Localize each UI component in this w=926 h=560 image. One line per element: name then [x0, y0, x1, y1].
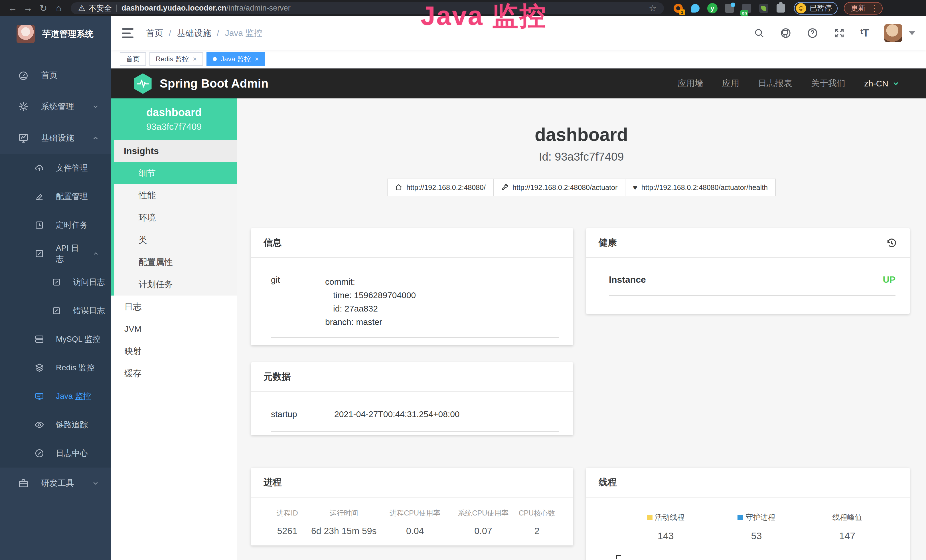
sba-language-select[interactable]: zh-CN [864, 79, 900, 88]
address-bar[interactable]: ⚠ 不安全 dashboard.yudao.iocoder.cn/infra/a… [71, 2, 664, 14]
threads-chart: 140 120 100 [586, 554, 910, 560]
history-icon[interactable] [886, 237, 897, 248]
sidebar-item-error-log[interactable]: 错误日志 [0, 297, 111, 325]
header-icons: ᵗT [754, 24, 915, 42]
sidebar-item-trace[interactable]: 链路追踪 [0, 410, 111, 439]
sidebar-item-label: Redis 监控 [56, 362, 94, 373]
browser-update-button[interactable]: 更新 ⋮ [844, 2, 883, 15]
threads-legend: 活动线程 143 守护进程 53 [586, 498, 910, 542]
sba-insights-group: Insights 细节 性能 环境 类 配置属性 计划任务 [111, 140, 237, 295]
column-header: CPU核心数 [516, 509, 557, 518]
tab-redis-monitor[interactable]: Redis 监控 × [150, 52, 203, 66]
home-icon[interactable]: ⌂ [52, 2, 66, 15]
security-warning[interactable]: ⚠ 不安全 [78, 3, 112, 14]
browser-menu-icon[interactable]: ⋮ [870, 3, 879, 13]
metadata-card-title: 元数据 [251, 362, 573, 392]
sidebar-item-file[interactable]: 文件管理 [0, 154, 111, 182]
extension-icon-pin[interactable] [690, 3, 701, 14]
sidebar-item-label: Java 监控 [56, 391, 91, 402]
avatar-caret-down-icon[interactable] [909, 31, 915, 35]
fullscreen-icon[interactable] [834, 27, 845, 39]
sidebar-item-label: 系统管理 [41, 101, 80, 112]
reload-icon[interactable]: ↻ [36, 2, 50, 15]
endpoint-health-button[interactable]: ♥ http://192.168.0.2:48080/actuator/heal… [625, 179, 776, 196]
forward-icon[interactable]: → [21, 2, 35, 15]
sba-menu-config-props[interactable]: 配置属性 [114, 251, 237, 273]
endpoint-actuator-button[interactable]: http://192.168.0.2:48080/actuator [493, 179, 625, 196]
sba-instance-box[interactable]: dashboard 93a3fc7f7409 [111, 98, 237, 140]
sba-nav-about[interactable]: 关于我们 [811, 77, 845, 89]
sba-menu-classes[interactable]: 类 [114, 229, 237, 251]
extension-icon-green-y[interactable]: y [707, 3, 718, 14]
metadata-row-value: 2021-04-27T00:44:31.254+08:00 [334, 407, 460, 421]
github-icon[interactable] [780, 27, 791, 39]
sidebar-item-dev-tools[interactable]: 研发工具 [0, 468, 111, 499]
sba-nav-wallboard[interactable]: 应用墙 [678, 77, 703, 89]
edit-icon [34, 192, 45, 201]
sidebar-item-apilog[interactable]: API 日志 [0, 239, 111, 268]
search-icon[interactable] [754, 28, 764, 38]
sba-menu-logs[interactable]: 日志 [111, 295, 237, 318]
sba-logo-icon [133, 73, 152, 94]
endpoint-url: http://192.168.0.2:48080/actuator [513, 183, 617, 192]
extension-icon-orange[interactable]: 1 [672, 3, 684, 14]
sba-menu-jvm[interactable]: JVM [111, 318, 237, 340]
uptime-value: 6d 23h 15m 59s [308, 526, 380, 536]
sba-menu-scheduled-tasks[interactable]: 计划任务 [114, 273, 237, 295]
extension-icon-grid[interactable] [724, 3, 735, 14]
tab-java-monitor[interactable]: Java 监控 × [206, 52, 265, 66]
active-dot [213, 57, 217, 61]
sidebar-item-infra[interactable]: 基础设施 [0, 123, 111, 154]
status-badge: UP [883, 274, 896, 285]
help-icon[interactable] [807, 27, 818, 39]
sidebar-item-mysql[interactable]: MySQL 监控 [0, 325, 111, 353]
back-icon[interactable]: ← [6, 2, 20, 15]
breadcrumb-infra[interactable]: 基础设施 [177, 27, 211, 39]
eye-icon [34, 420, 45, 430]
home-icon [395, 184, 402, 191]
sidebar-item-system[interactable]: 系统管理 [0, 91, 111, 123]
sba-nav-journal[interactable]: 日志报表 [758, 77, 792, 89]
health-row-label: Instance [609, 274, 646, 285]
sba-menu-details[interactable]: 细节 [111, 162, 237, 184]
metadata-row-label: startup [271, 409, 334, 419]
font-size-icon[interactable]: ᵗT [860, 27, 869, 39]
bookmark-star-icon[interactable]: ☆ [649, 3, 657, 13]
breadcrumb: 首页 / 基础设施 / Java 监控 [146, 27, 262, 39]
sidebar-item-access-log[interactable]: 访问日志 [0, 268, 111, 297]
sba-menu-caches[interactable]: 缓存 [111, 362, 237, 384]
extension-icon-leaf[interactable] [758, 3, 769, 14]
sba-menu-environment[interactable]: 环境 [114, 207, 237, 229]
sidebar-item-home[interactable]: 首页 [0, 60, 111, 91]
sidebar-item-job[interactable]: 定时任务 [0, 211, 111, 239]
endpoint-home-button[interactable]: http://192.168.0.2:48080/ [387, 179, 494, 196]
profile-paused-chip[interactable]: ☺ 已暂停 [794, 2, 838, 15]
close-icon[interactable]: × [255, 55, 259, 63]
sidebar-item-label: 文件管理 [56, 163, 88, 173]
hamburger-icon[interactable] [122, 28, 133, 38]
process-header-row: 进程ID 运行时间 进程CPU使用率 系统CPU使用率 CPU核心数 [267, 509, 557, 518]
legend-live-threads: 活动线程 143 [620, 512, 711, 542]
tab-home[interactable]: 首页 [120, 52, 146, 66]
sidebar-item-log-center[interactable]: 日志中心 [0, 439, 111, 468]
sba-menu-mappings[interactable]: 映射 [111, 340, 237, 362]
sidebar-item-redis[interactable]: Redis 监控 [0, 353, 111, 382]
extensions-puzzle-icon[interactable] [775, 3, 787, 14]
sidebar-item-java-monitor[interactable]: Java 监控 [0, 382, 111, 410]
url-text[interactable]: dashboard.yudao.iocoder.cn/infra/admin-s… [121, 4, 291, 12]
user-avatar[interactable] [884, 24, 902, 42]
close-icon[interactable]: × [193, 55, 197, 63]
extension-icon-on[interactable] [741, 3, 752, 14]
sba-sidebar: dashboard 93a3fc7f7409 Insights 细节 性能 环境… [111, 98, 237, 560]
column-header: 进程ID [267, 509, 308, 518]
sidebar-item-label: 定时任务 [56, 219, 88, 230]
sidebar-item-config[interactable]: 配置管理 [0, 182, 111, 211]
sba-menu-metrics[interactable]: 性能 [114, 184, 237, 207]
sba-instance-id: 93a3fc7f7409 [146, 121, 202, 132]
legend-label: 活动线程 [655, 512, 684, 522]
sba-nav-applications[interactable]: 应用 [722, 77, 739, 89]
page-title: dashboard [237, 124, 926, 145]
breadcrumb-home[interactable]: 首页 [146, 27, 163, 39]
info-row-value: commit: time: 1596289704000 id: 27aa832 … [325, 275, 416, 328]
chevron-down-icon [892, 80, 900, 88]
